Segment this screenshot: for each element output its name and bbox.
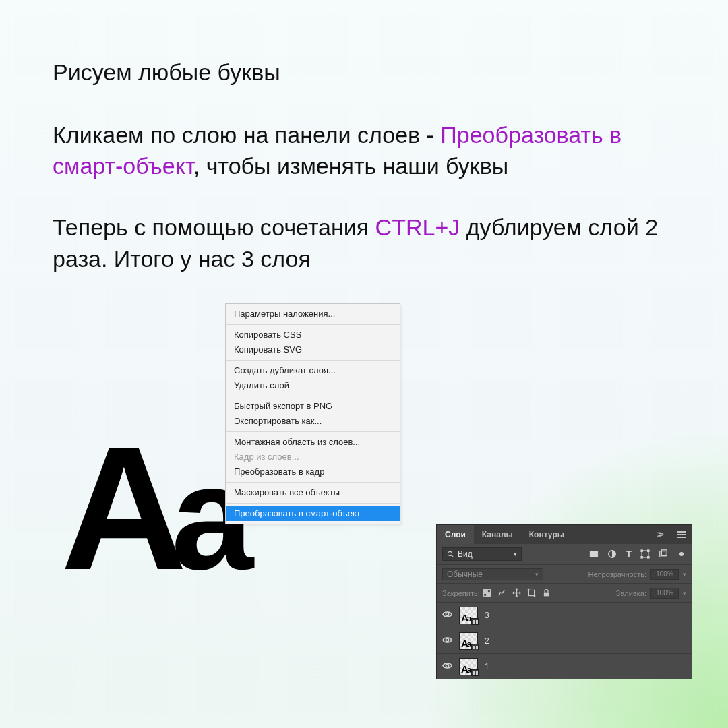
visibility-toggle[interactable] — [442, 635, 452, 647]
tab-paths[interactable]: Контуры — [521, 525, 572, 544]
svg-point-0 — [448, 551, 452, 555]
layer-row[interactable]: Aa 3 — [437, 602, 692, 628]
svg-rect-12 — [487, 590, 490, 593]
panel-menu-icon[interactable] — [677, 531, 686, 538]
text: Кликаем по слою на панели слоев - — [53, 122, 440, 148]
text: Теперь с помощью сочетания — [53, 214, 375, 240]
tab-channels[interactable]: Каналы — [474, 525, 521, 544]
lock-pixels-icon[interactable] — [497, 588, 506, 597]
menu-copy-svg[interactable]: Копировать SVG — [226, 342, 400, 357]
menu-copy-css[interactable]: Копировать CSS — [226, 328, 400, 342]
svg-rect-16 — [528, 589, 529, 590]
layer-name[interactable]: 2 — [485, 636, 489, 646]
accent-shortcut: CTRL+J — [375, 214, 460, 240]
svg-line-1 — [452, 555, 454, 557]
menu-convert-to-smart-object[interactable]: Преобразовать в смарт-объект — [226, 506, 400, 521]
layer-name[interactable]: 1 — [485, 662, 489, 671]
chevron-down-icon: ▾ — [535, 571, 539, 578]
menu-quick-export-png[interactable]: Быстрый экспорт в PNG — [226, 399, 400, 414]
layer-filter-select[interactable]: Вид ▾ — [442, 547, 522, 561]
search-icon — [447, 551, 454, 558]
svg-rect-6 — [648, 550, 650, 552]
chevron-down-icon: ▾ — [514, 551, 517, 557]
svg-rect-7 — [641, 557, 643, 559]
filter-shape-icon[interactable] — [640, 549, 650, 559]
svg-rect-2 — [590, 551, 598, 557]
svg-rect-15 — [528, 590, 534, 595]
lock-all-icon[interactable] — [542, 588, 551, 597]
menu-mask-all-objects[interactable]: Маскировать все объекты — [226, 485, 400, 500]
tab-layers[interactable]: Слои — [437, 525, 474, 544]
smartobject-badge-icon — [471, 669, 479, 676]
filter-smartobject-icon[interactable] — [659, 549, 668, 559]
svg-rect-17 — [534, 595, 535, 597]
fill-value[interactable]: 100% — [650, 588, 679, 599]
paragraph-duplicate: Теперь с помощью сочетания CTRL+J дублир… — [53, 212, 675, 275]
text: , чтобы изменять наши буквы — [193, 153, 508, 179]
collapse-panel-icon[interactable]: >> — [657, 530, 661, 539]
paragraph-smart-object: Кликаем по слою на панели слоев - Преобр… — [53, 119, 675, 183]
menu-export-as[interactable]: Экспортировать как... — [226, 414, 400, 429]
opacity-value[interactable]: 100% — [650, 569, 679, 580]
layer-name[interactable]: 3 — [485, 611, 489, 620]
filter-pixel-icon[interactable] — [589, 549, 599, 559]
filter-toggle-icon[interactable] — [679, 552, 684, 556]
fill-label: Заливка: — [616, 589, 646, 597]
lock-label: Закрепить: — [442, 589, 480, 597]
capital-letter: А — [61, 438, 177, 578]
filter-type-icon[interactable]: T — [626, 549, 632, 559]
layer-thumbnail: Aa — [459, 632, 478, 650]
svg-rect-18 — [544, 593, 549, 597]
visibility-toggle[interactable] — [442, 609, 452, 621]
svg-point-19 — [446, 613, 448, 615]
svg-rect-14 — [487, 593, 490, 596]
svg-point-21 — [446, 664, 448, 667]
lock-transparency-icon[interactable] — [483, 588, 491, 597]
layer-thumbnail: Aa — [459, 658, 478, 675]
visibility-toggle[interactable] — [442, 661, 452, 673]
chevron-down-icon[interactable]: ▾ — [683, 571, 686, 578]
menu-artboard-from-layers[interactable]: Монтажная область из слоев... — [226, 435, 400, 450]
opacity-label: Непрозрачность: — [588, 570, 646, 578]
layer-filter-label: Вид — [458, 549, 473, 559]
page-title: Рисуем любые буквы — [53, 58, 675, 87]
svg-rect-11 — [483, 590, 486, 593]
menu-convert-to-frame[interactable]: Преобразовать в кадр — [226, 464, 400, 479]
svg-rect-5 — [641, 550, 643, 552]
lock-artboard-icon[interactable] — [527, 588, 536, 597]
layers-panel: Слои Каналы Контуры >> | Вид ▾ T Обычные… — [437, 525, 692, 679]
smartobject-badge-icon — [471, 618, 479, 625]
sample-letters: А а — [61, 438, 243, 578]
context-menu: Параметры наложения... Копировать CSS Ко… — [225, 303, 400, 524]
menu-delete-layer[interactable]: Удалить слой — [226, 378, 400, 393]
filter-adjustment-icon[interactable] — [607, 549, 617, 559]
menu-duplicate-layer[interactable]: Создать дубликат слоя... — [226, 363, 400, 378]
smartobject-badge-icon — [471, 644, 479, 650]
layer-row[interactable]: Aa 2 — [437, 628, 692, 653]
menu-frame-from-layers: Кадр из слоев... — [226, 450, 400, 464]
layer-thumbnail: Aa — [459, 607, 478, 624]
blend-mode-label: Обычные — [447, 570, 483, 579]
chevron-down-icon[interactable]: ▾ — [683, 590, 686, 597]
lock-position-icon[interactable] — [512, 588, 521, 597]
layer-row[interactable]: Aa 1 — [437, 653, 692, 679]
svg-point-20 — [446, 638, 448, 641]
menu-blending-options[interactable]: Параметры наложения... — [226, 307, 400, 322]
svg-rect-8 — [648, 557, 650, 559]
blend-mode-select[interactable]: Обычные ▾ — [442, 568, 543, 580]
svg-rect-13 — [483, 593, 486, 596]
